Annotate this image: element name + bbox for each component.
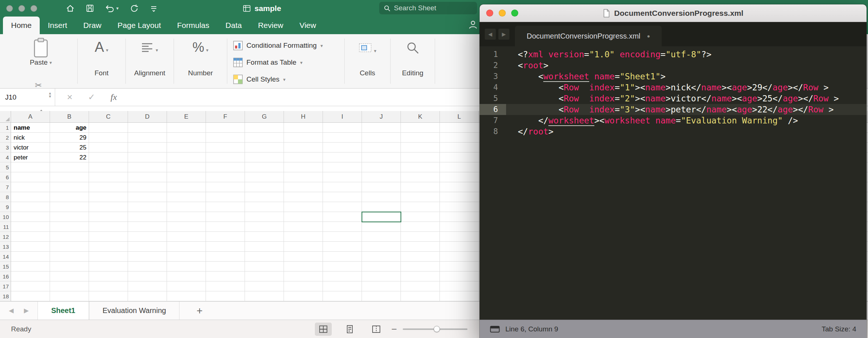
excel-window-controls: [6, 5, 37, 12]
name-box[interactable]: J10 ▲ ▼: [0, 89, 55, 106]
insert-function-button[interactable]: fx: [110, 92, 117, 102]
number-label: Number: [188, 69, 213, 77]
confirm-entry-button[interactable]: ✓: [88, 92, 95, 102]
sheet-tab-sheet1[interactable]: Sheet1: [38, 302, 89, 320]
document-title-text: sample: [255, 4, 281, 13]
cells-group[interactable]: ▾ Cells: [345, 34, 390, 88]
alignment-label: Alignment: [134, 69, 166, 77]
window-close-button[interactable]: [6, 5, 13, 12]
code-text: <?xml version="1.0" encoding="utf-8"?>: [506, 49, 711, 60]
line-number-5: 5: [480, 93, 506, 104]
cell-B2[interactable]: 29: [50, 133, 89, 143]
name-box-stepper[interactable]: ▲ ▼: [48, 91, 52, 98]
normal-view-button[interactable]: [315, 323, 332, 336]
zoom-slider-knob[interactable]: [434, 326, 440, 332]
font-group[interactable]: A▾ Font: [78, 34, 125, 88]
save-icon: [86, 4, 94, 12]
ribbon-tab-insert[interactable]: Insert: [40, 17, 75, 34]
zoom-out-button[interactable]: −: [391, 324, 397, 335]
ribbon-tab-formulas[interactable]: Formulas: [169, 17, 218, 34]
tab-size-text[interactable]: Tab Size: 4: [822, 325, 856, 333]
editor-tab-active[interactable]: DocumentConversionProgress.xml ●: [515, 26, 662, 46]
code-line-5[interactable]: 5 <Row index="2"><name>victor</name><age…: [480, 93, 867, 104]
editor-close-button[interactable]: [486, 10, 493, 17]
customize-toolbar-button[interactable]: [150, 4, 158, 12]
number-caret-icon: ▾: [206, 48, 209, 53]
font-symbol: A: [95, 40, 104, 54]
alignment-group[interactable]: ▾ Alignment: [126, 34, 174, 88]
page-break-view-button[interactable]: [368, 323, 385, 336]
cell-A1[interactable]: name: [11, 123, 50, 133]
ribbon-tab-page-layout[interactable]: Page Layout: [110, 17, 169, 34]
editor-zoom-button[interactable]: [511, 10, 518, 17]
code-text: <Row index="2"><name>victor</name><age>2…: [506, 93, 839, 104]
alignment-caret-icon: ▾: [156, 48, 158, 53]
cell-B3[interactable]: 25: [50, 143, 89, 152]
zoom-slider[interactable]: [403, 328, 467, 330]
conditional-formatting-label: Conditional Formatting: [246, 42, 317, 50]
search-sheet-input[interactable]: Search Sheet: [379, 2, 477, 14]
code-line-3[interactable]: 3 <worksheet name="Sheet1">: [480, 71, 867, 82]
undo-button[interactable]: ▾: [105, 4, 119, 13]
paste-button[interactable]: Paste▾: [22, 37, 60, 78]
cell-A4[interactable]: peter: [11, 152, 50, 162]
tab-back-button[interactable]: ◀: [485, 29, 496, 40]
home-button[interactable]: [66, 4, 75, 13]
ribbon-tab-data[interactable]: Data: [217, 17, 250, 34]
ribbon-tab-view[interactable]: View: [291, 17, 324, 34]
cell-A3[interactable]: victor: [11, 143, 50, 152]
page-layout-view-button[interactable]: [341, 323, 358, 336]
code-line-6[interactable]: 6 <Row index="3"><name>peter</name><age>…: [480, 104, 867, 115]
cursor-position-text: Line 6, Column 9: [505, 325, 558, 333]
ribbon-tab-draw[interactable]: Draw: [75, 17, 110, 34]
next-sheet-button[interactable]: ▶: [24, 307, 29, 314]
cancel-entry-button[interactable]: ×: [67, 91, 72, 103]
status-ready-text: Ready: [11, 320, 31, 338]
line-number-4: 4: [480, 82, 506, 93]
undo-icon: [105, 4, 115, 13]
code-text: </worksheet><worksheet name="Evaluation …: [506, 115, 798, 126]
code-line-4[interactable]: 4 <Row index="1"><name>nick</name><age>2…: [480, 82, 867, 93]
cell-B4[interactable]: 22: [50, 152, 89, 162]
code-line-1[interactable]: 1<?xml version="1.0" encoding="utf-8"?>: [480, 49, 867, 60]
save-button[interactable]: [86, 4, 94, 12]
cells-label: Cells: [360, 69, 375, 77]
editing-group[interactable]: Editing: [391, 34, 435, 88]
editing-search-icon: [406, 41, 420, 55]
stepper-down-icon: ▼: [48, 95, 52, 98]
window-zoom-button[interactable]: [31, 5, 37, 12]
ribbon-tab-home[interactable]: Home: [3, 17, 40, 34]
format-as-table-label: Format as Table: [246, 58, 296, 66]
page-break-icon: [372, 325, 381, 333]
code-line-8[interactable]: 8</root>: [480, 126, 867, 137]
sheet-tab-evaluation-warning[interactable]: Evaluation Warning: [89, 302, 180, 320]
code-line-2[interactable]: 2<root>: [480, 60, 867, 71]
customize-toolbar-icon: [150, 4, 158, 12]
editor-tab-label: DocumentConversionProgress.xml: [527, 32, 640, 40]
cell-B1[interactable]: age: [50, 123, 89, 133]
cell-styles-button[interactable]: Cell Styles ▾: [233, 71, 341, 88]
cell-A2[interactable]: nick: [11, 133, 50, 143]
redo-button[interactable]: [130, 4, 139, 13]
code-line-7[interactable]: 7 </worksheet><worksheet name="Evaluatio…: [480, 115, 867, 126]
add-sheet-button[interactable]: +: [196, 302, 202, 320]
share-person-button[interactable]: [468, 19, 478, 31]
code-text: </root>: [506, 126, 554, 137]
modified-dot-icon: ●: [647, 33, 650, 39]
editor-window-controls: [486, 10, 518, 17]
clipboard-group: Paste▾ ✂ ▾: [5, 34, 77, 88]
font-caret-icon: ▾: [106, 48, 108, 53]
format-as-table-button[interactable]: Format as Table ▾: [233, 54, 341, 71]
prev-sheet-button[interactable]: ◀: [9, 307, 14, 314]
name-box-value: J10: [5, 93, 17, 101]
cells-icon: [359, 42, 372, 53]
editor-minimize-button[interactable]: [499, 10, 506, 17]
code-area[interactable]: 1<?xml version="1.0" encoding="utf-8"?>2…: [480, 46, 867, 320]
code-text: <Row index="1"><name>nick</name><age>29<…: [506, 82, 829, 93]
line-number-2: 2: [480, 60, 506, 71]
number-group[interactable]: %▾ Number: [174, 34, 227, 88]
window-minimize-button[interactable]: [18, 5, 25, 12]
conditional-formatting-button[interactable]: Conditional Formatting ▾: [233, 37, 341, 54]
tab-forward-button[interactable]: ▶: [498, 29, 509, 40]
ribbon-tab-review[interactable]: Review: [250, 17, 291, 34]
